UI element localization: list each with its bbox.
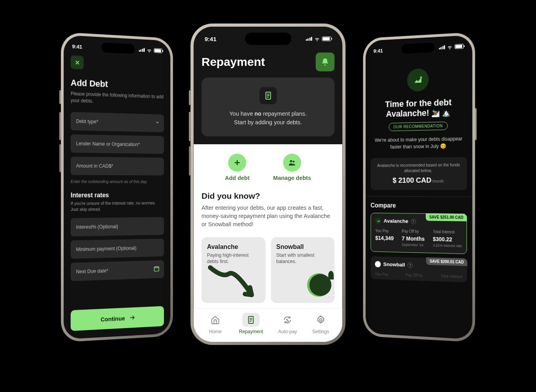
notch [101, 42, 135, 55]
funds-amount: $ 2100 CAD/month [374, 176, 463, 185]
phone-repayment: 9:41 Repayment [191, 24, 346, 345]
chart-icon [407, 68, 429, 92]
save-badge: SAVE $251.90 CAD [426, 213, 467, 221]
card-title: Snowball [276, 243, 329, 250]
stat-value: 7 Months [402, 235, 425, 242]
plus-icon [233, 158, 242, 167]
field-label: Debt type* [76, 118, 98, 125]
blurb: We're about to make your debts disappear… [370, 135, 467, 151]
amount-hint: Enter the outstanding amount as of this … [71, 179, 164, 184]
debt-type-select[interactable]: Debt type* [71, 112, 164, 132]
snowball-card[interactable]: Snowball Start with smallest balances. [271, 237, 335, 303]
gear-icon [316, 315, 325, 325]
wifi-icon [314, 36, 320, 42]
tab-repayment[interactable]: Repayment [239, 313, 263, 334]
home-icon [211, 315, 220, 325]
notch [244, 32, 292, 45]
interest-heading: Interest rates [71, 191, 164, 199]
plan-icon [259, 87, 277, 104]
notch [401, 42, 436, 55]
card-body: Paying high-interest debts first. [207, 252, 260, 265]
signal-icon [139, 48, 144, 52]
help-icon[interactable]: ? [411, 219, 416, 224]
amount-input[interactable]: Amount in CAD$* [71, 156, 164, 175]
tab-label: Auto-pay [278, 329, 297, 334]
next-due-input[interactable]: Next Due date* [71, 260, 164, 281]
tab-bar: Home Repayment Auto-pay Settings [194, 308, 343, 342]
status-time: 9:41 [374, 47, 383, 54]
skier-emoji: ⛷️ [432, 109, 440, 118]
plan-snowball[interactable]: SAVE $200.01 CAD Snowball ? You Pay Pay … [370, 256, 467, 283]
field-label: Amount in CAD$* [76, 163, 113, 169]
manage-debts-button[interactable]: Manage debts [273, 154, 311, 181]
calendar-icon [153, 265, 160, 273]
smile-emoji: 😊 [440, 143, 447, 149]
stat-label: Pay Off by [405, 273, 423, 278]
manage-debts-label: Manage debts [273, 175, 311, 181]
page-subtitle: Please provide the following information… [71, 91, 164, 107]
empty-state-card: You have no repayment plans. Start by ad… [202, 78, 335, 136]
recommendation-badge: OUR RECOMMENDATION [389, 122, 448, 131]
svg-point-2 [293, 160, 295, 162]
signal-icon [306, 37, 312, 41]
min-payment-input[interactable]: Minimum payment (Optional) [71, 239, 164, 259]
divider [366, 196, 472, 197]
field-label: Lender Name or Organization* [76, 141, 140, 147]
tab-label: Repayment [239, 329, 263, 334]
stat-value: $300.22 [433, 236, 452, 243]
continue-button[interactable]: Continue [71, 306, 164, 331]
field-label: Interest% (Optional) [76, 224, 118, 230]
svg-point-4 [319, 319, 322, 321]
status-time: 9:41 [205, 36, 217, 42]
tab-home[interactable]: Home [207, 313, 224, 334]
repayment-icon [246, 315, 256, 325]
status-time: 9:41 [72, 43, 82, 50]
interest-input[interactable]: Interest% (Optional) [71, 217, 164, 237]
stat-label: Total Interest [433, 230, 462, 234]
field-label: Next Due date* [76, 268, 108, 275]
battery-icon [322, 36, 332, 41]
people-icon [288, 158, 296, 167]
empty-text: You have no repayment plans. Start by ad… [209, 110, 328, 127]
help-icon[interactable]: ? [408, 262, 413, 268]
stat-sub: September '24 [402, 243, 425, 247]
card-body: Start with smallest balances. [276, 252, 329, 265]
interest-subheading: If you're unsure of the interest rate, n… [71, 200, 164, 212]
plan-avalanche[interactable]: SAVE $251.90 CAD Avalanche ? You Pay $14… [370, 213, 467, 254]
save-badge: SAVE $200.01 CAD [426, 257, 467, 266]
add-debt-button[interactable]: Add debt [225, 154, 250, 181]
notification-button[interactable] [316, 53, 335, 71]
plan-name: Avalanche [384, 218, 408, 224]
autopay-icon [283, 315, 292, 325]
tab-autopay[interactable]: Auto-pay [278, 313, 297, 334]
page-title: Add Debt [71, 78, 164, 91]
did-you-know-body: After entering your debts, our app creat… [202, 204, 335, 229]
snowball-dot-icon [375, 261, 381, 267]
avalanche-dot-icon [375, 218, 381, 224]
avalanche-card[interactable]: Avalanche Paying high-interest debts fir… [202, 237, 266, 303]
card-title: Avalanche [207, 243, 260, 250]
stat-sub: 3.21% Interest rate [433, 243, 462, 248]
page-title: Repayment [202, 55, 265, 69]
close-button[interactable] [71, 55, 84, 69]
phone-avalanche: 9:41 Time for the debt Avalanche! ⛷️ 🏔️ [363, 32, 475, 343]
tab-settings[interactable]: Settings [312, 313, 329, 334]
did-you-know-heading: Did you know? [202, 191, 335, 201]
signal-icon [439, 45, 445, 49]
stat-label: You Pay [375, 272, 388, 276]
tab-label: Settings [312, 329, 329, 334]
bell-icon [321, 58, 330, 66]
stat-label: Total Interest [440, 274, 462, 279]
downtrend-icon [206, 263, 257, 301]
chevron-down-icon [155, 120, 160, 126]
snowball-icon [310, 274, 332, 296]
wifi-icon [447, 44, 453, 50]
compare-heading: Compare [370, 202, 467, 210]
stat-label: You Pay [375, 229, 394, 233]
lender-input[interactable]: Lender Name or Organization* [71, 134, 164, 154]
arrow-right-icon [129, 314, 135, 321]
mountain-emoji: 🏔️ [442, 109, 450, 117]
stat-label: Pay Off by [402, 229, 425, 234]
tab-label: Home [209, 329, 222, 334]
plan-name: Snowball [383, 261, 405, 268]
